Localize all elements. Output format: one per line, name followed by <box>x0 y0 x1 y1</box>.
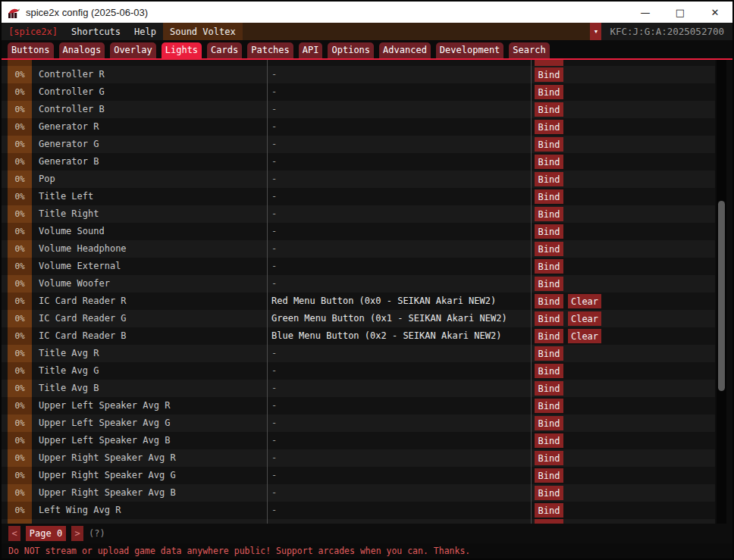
clear-button[interactable]: Clear <box>568 311 601 326</box>
binding-value: - <box>271 153 277 171</box>
binding-value: Blue Menu Button (0x2 - SEIKAN Akari NEW… <box>271 327 501 345</box>
percent-cell: 0% <box>8 397 32 415</box>
chevron-down-icon[interactable]: ▼ <box>590 23 601 40</box>
clear-button[interactable]: Clear <box>568 294 601 308</box>
binding-value: - <box>271 171 277 188</box>
menu-item-shortcuts[interactable]: Shortcuts <box>64 23 127 40</box>
tab-lights[interactable]: Lights <box>162 42 202 58</box>
light-name: Title Right <box>39 205 99 223</box>
binding-value: - <box>271 502 277 519</box>
bind-button[interactable] <box>535 60 563 66</box>
lights-rows: 0%Controller R-Bind0%Controller G-Bind0%… <box>2 60 732 524</box>
window-controls: — □ ✕ <box>628 2 732 23</box>
bind-button[interactable]: Bind <box>535 381 563 396</box>
bind-button[interactable]: Bind <box>535 137 563 152</box>
bind-button[interactable]: Bind <box>535 416 563 430</box>
tab-development[interactable]: Development <box>436 42 503 58</box>
binding-value: - <box>271 118 277 136</box>
percent-cell: 0% <box>8 327 32 345</box>
table-row: 0%Generator G-Bind <box>2 136 715 153</box>
percent-cell <box>8 519 32 524</box>
bind-button[interactable]: Bind <box>535 259 563 274</box>
prev-page-button[interactable]: < <box>8 526 20 541</box>
table-row: 0%Upper Right Speaker Avg B-Bind <box>2 484 715 502</box>
bind-button[interactable]: Bind <box>535 67 563 82</box>
page-indicator-button[interactable]: Page 0 <box>26 526 66 541</box>
bind-button[interactable]: Bind <box>535 189 563 204</box>
percent-cell: 0% <box>8 345 32 362</box>
table-row: 0%Upper Left Speaker Avg G-Bind <box>2 415 715 432</box>
percent-cell: 0% <box>8 101 32 118</box>
bind-button[interactable]: Bind <box>535 468 563 483</box>
scrollbar-thumb[interactable] <box>718 201 725 391</box>
tab-patches[interactable]: Patches <box>247 42 293 58</box>
light-name: IC Card Reader B <box>39 327 127 345</box>
binding-value: - <box>271 467 277 484</box>
app-icon <box>8 6 20 19</box>
tab-cards[interactable]: Cards <box>207 42 242 58</box>
maximize-icon[interactable]: □ <box>663 2 698 23</box>
close-icon[interactable]: ✕ <box>698 2 732 23</box>
tab-search[interactable]: Search <box>509 42 549 58</box>
bind-button[interactable]: Bind <box>535 277 563 291</box>
binding-value: - <box>271 136 277 153</box>
table-row: 0%Controller B-Bind <box>2 101 715 118</box>
bind-button[interactable]: Bind <box>535 364 563 378</box>
light-name: Upper Right Speaker Avg B <box>39 484 176 502</box>
bind-button[interactable]: Bind <box>535 346 563 361</box>
tab-overlay[interactable]: Overlay <box>110 42 156 58</box>
table-row: 0%Title Right-Bind <box>2 205 715 223</box>
bind-button[interactable]: Bind <box>535 155 563 169</box>
binding-value: - <box>271 362 277 380</box>
light-name: Volume Headphone <box>39 240 127 258</box>
clear-button[interactable]: Clear <box>568 329 601 343</box>
binding-value: - <box>271 205 277 223</box>
tab-options[interactable]: Options <box>328 42 374 58</box>
bind-button[interactable]: Bind <box>535 451 563 465</box>
next-page-button[interactable]: > <box>71 526 83 541</box>
binding-value: Red Menu Button (0x0 - SEIKAN Akari NEW2… <box>271 293 496 310</box>
bind-button[interactable]: Bind <box>535 85 563 99</box>
tab-advanced[interactable]: Advanced <box>379 42 431 58</box>
tab-buttons[interactable]: Buttons <box>8 42 54 58</box>
binding-value: - <box>271 240 277 258</box>
bind-button[interactable] <box>535 519 563 524</box>
light-name: Generator B <box>39 153 99 171</box>
bind-button[interactable]: Bind <box>535 172 563 186</box>
menu-item-help[interactable]: Help <box>127 23 163 40</box>
table-row: 0%IC Card Reader GGreen Menu Button (0x1… <box>2 310 715 327</box>
menu-item-sound-voltex[interactable]: Sound Voltex <box>163 23 243 40</box>
bind-button[interactable]: Bind <box>535 120 563 134</box>
binding-value: - <box>271 101 277 118</box>
bind-button[interactable]: Bind <box>535 224 563 239</box>
percent-cell: 0% <box>8 205 32 223</box>
tab-api[interactable]: API <box>299 42 323 58</box>
bind-button[interactable]: Bind <box>535 486 563 500</box>
bind-button[interactable]: Bind <box>535 294 563 308</box>
table-row <box>2 519 715 524</box>
table-row: 0%Upper Right Speaker Avg R-Bind <box>2 449 715 467</box>
binding-value: - <box>271 484 277 502</box>
bind-button[interactable]: Bind <box>535 433 563 448</box>
light-name: Generator R <box>39 118 99 136</box>
table-row: 0%Upper Left Speaker Avg R-Bind <box>2 397 715 415</box>
menu-item-spice2x[interactable]: [spice2x] <box>2 23 64 40</box>
bind-button[interactable]: Bind <box>535 311 563 326</box>
minimize-icon[interactable]: — <box>628 2 663 23</box>
percent-cell <box>8 60 32 66</box>
bind-button[interactable]: Bind <box>535 399 563 413</box>
binding-value: - <box>271 188 277 205</box>
title-bar: spice2x config (2025-06-03) — □ ✕ <box>2 2 732 23</box>
bind-button[interactable]: Bind <box>535 503 563 518</box>
light-name: Title Left <box>39 188 93 205</box>
bind-button[interactable]: Bind <box>535 242 563 256</box>
binding-value: - <box>271 83 277 101</box>
percent-cell: 0% <box>8 171 32 188</box>
bind-button[interactable]: Bind <box>535 207 563 221</box>
percent-cell: 0% <box>8 240 32 258</box>
tab-analogs[interactable]: Analogs <box>59 42 105 58</box>
table-row: 0%IC Card Reader RRed Menu Button (0x0 -… <box>2 293 715 310</box>
bind-button[interactable]: Bind <box>535 102 563 117</box>
bind-button[interactable]: Bind <box>535 329 563 343</box>
table-row: 0%Upper Right Speaker Avg G-Bind <box>2 467 715 484</box>
